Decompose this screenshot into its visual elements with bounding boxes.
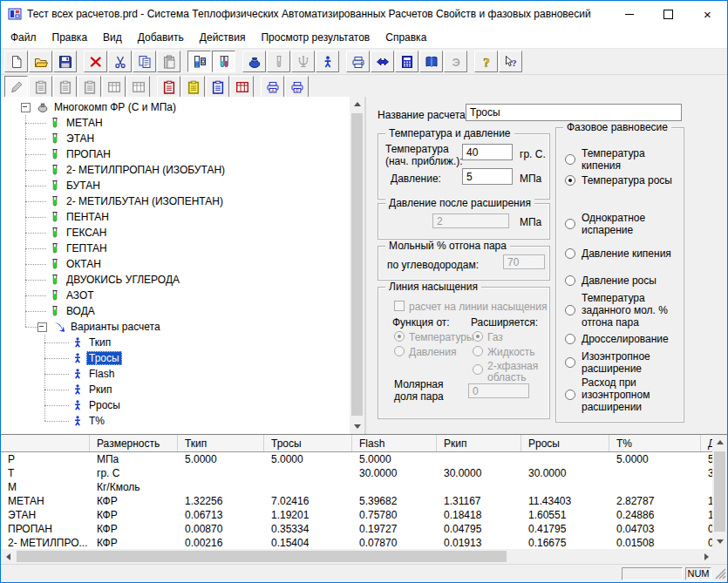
- pressure-input[interactable]: [462, 168, 513, 185]
- print-landscape-button[interactable]: P: [285, 76, 309, 98]
- scroll-up-icon[interactable]: [350, 97, 364, 112]
- phase-radio-option[interactable]: Однократное испарение: [565, 212, 679, 236]
- radio-icon[interactable]: [473, 346, 483, 356]
- phase-radio-option[interactable]: Температура кипения: [565, 147, 679, 172]
- tree-node-component[interactable]: ВОДА: [1, 303, 350, 319]
- expands-option-gas[interactable]: Газ: [473, 331, 503, 343]
- radio-icon[interactable]: [565, 390, 575, 400]
- tree-node-component[interactable]: БУТАН: [1, 178, 350, 193]
- print-portrait-button[interactable]: A: [261, 76, 284, 98]
- component-properties-button[interactable]: [187, 51, 211, 72]
- menu-item-1[interactable]: Файл: [3, 28, 44, 47]
- table-hscrollbar-thumb[interactable]: [17, 551, 507, 562]
- scroll-left-icon[interactable]: [1, 549, 16, 564]
- vapor-fraction-input[interactable]: [468, 383, 529, 398]
- tree-scrollbar[interactable]: [350, 97, 364, 434]
- radio-icon[interactable]: [565, 248, 575, 259]
- tree-expander-icon[interactable]: [21, 103, 31, 112]
- report-gray-1-button[interactable]: [29, 76, 52, 98]
- tree-node-variant[interactable]: Тросы: [1, 350, 350, 366]
- save-button[interactable]: [53, 51, 77, 72]
- menu-item-3[interactable]: Вид: [95, 28, 130, 47]
- table-row[interactable]: 2- МЕТИЛПРО...КФР0.002160.154040.078700.…: [1, 536, 727, 550]
- calc-name-input[interactable]: [466, 104, 682, 121]
- single-component-button[interactable]: [267, 51, 290, 72]
- column-header[interactable]: Т%: [609, 435, 701, 451]
- radio-icon[interactable]: [394, 331, 405, 342]
- tree-node-component[interactable]: 2- МЕТИЛПРОПАН (ИЗОБУТАН): [1, 162, 350, 178]
- function-option-temperature[interactable]: Температуры: [394, 331, 474, 343]
- scroll-up-icon[interactable]: [712, 435, 727, 450]
- column-header[interactable]: [1, 435, 90, 451]
- tree-node-variant[interactable]: Т%: [1, 413, 350, 429]
- tree-node-component[interactable]: ГЕКСАН: [1, 225, 350, 241]
- scroll-right-icon[interactable]: [699, 549, 714, 564]
- resize-grip-icon[interactable]: [714, 567, 726, 580]
- phase-radio-option[interactable]: Расход при изоэнтропном расширении: [565, 376, 679, 413]
- tree-node-component[interactable]: ГЕПТАН: [1, 241, 350, 256]
- phase-radio-option[interactable]: Температура заданного мол. % отгона пара: [565, 292, 679, 329]
- mixture-button[interactable]: [242, 51, 266, 72]
- phase-radio-option[interactable]: Изоэнтропное расширение: [565, 350, 679, 375]
- report-red-button[interactable]: [157, 76, 180, 98]
- table-row[interactable]: МЕТАНКФР1.322567.024165.396821.3116711.4…: [1, 494, 727, 508]
- phase-radio-option[interactable]: Давление росы: [565, 275, 679, 287]
- tree-node-mixture[interactable]: Многокомп ФР (С и МПа): [1, 99, 350, 115]
- copy-button[interactable]: [133, 51, 156, 72]
- radio-icon[interactable]: [565, 175, 575, 186]
- open-file-button[interactable]: [29, 51, 52, 72]
- tree-scrollbar-thumb[interactable]: [351, 113, 363, 416]
- test-tubes-button[interactable]: [212, 51, 235, 72]
- table-row[interactable]: ПРОПАНКФР0.008700.353340.197270.047950.4…: [1, 522, 727, 536]
- table-vscrollbar-thumb[interactable]: [714, 451, 725, 532]
- saturation-checkbox-row[interactable]: расчет на линии насыщения: [394, 301, 547, 313]
- radio-icon[interactable]: [473, 364, 483, 375]
- column-header[interactable]: Ркип: [437, 435, 521, 451]
- tree-node-variant[interactable]: Ркип: [1, 382, 350, 397]
- radio-icon[interactable]: [565, 334, 575, 344]
- units-button[interactable]: Э: [444, 51, 467, 72]
- phase-radio-option[interactable]: Температура росы: [565, 174, 679, 186]
- table-hscrollbar[interactable]: [1, 549, 714, 564]
- tree-node-variants[interactable]: Варианты расчета: [1, 319, 350, 335]
- help-button[interactable]: ?: [474, 51, 498, 72]
- tree-node-component[interactable]: АЗОТ: [1, 288, 350, 303]
- report-blue-button[interactable]: [206, 76, 229, 98]
- plot-button[interactable]: [346, 51, 370, 72]
- minimize-button[interactable]: [609, 1, 649, 27]
- scroll-down-icon[interactable]: [712, 534, 727, 549]
- calc-variant-button[interactable]: [316, 51, 339, 72]
- expansion-pressure-input[interactable]: [432, 214, 509, 228]
- column-header[interactable]: Ткип: [178, 435, 264, 451]
- function-option-pressure[interactable]: Давления: [394, 346, 456, 358]
- tree-expander-icon[interactable]: [37, 322, 47, 332]
- cut-button[interactable]: [108, 51, 132, 72]
- tree-node-component[interactable]: ДВУОКИСЬ УГЛЕРОДА: [1, 272, 350, 288]
- saturation-checkbox[interactable]: [394, 301, 405, 311]
- tree-node-variant[interactable]: Ткип: [1, 335, 350, 350]
- table-gray-1-button[interactable]: [102, 76, 126, 98]
- tree-node-component[interactable]: ЭТАН: [1, 131, 350, 146]
- radio-icon[interactable]: [565, 154, 575, 165]
- phase-radio-option[interactable]: Давление кипения: [565, 247, 679, 260]
- molar-percent-input[interactable]: [503, 254, 545, 269]
- new-file-button[interactable]: [4, 51, 28, 72]
- report-gray-3-button[interactable]: [78, 76, 101, 98]
- transfer-button[interactable]: [371, 51, 394, 72]
- tree-node-component[interactable]: ОКТАН: [1, 256, 350, 272]
- phase-radio-option[interactable]: Дросселирование: [565, 333, 679, 345]
- column-header[interactable]: Flash: [352, 435, 437, 451]
- context-help-button[interactable]: ?: [499, 51, 522, 72]
- radio-icon[interactable]: [565, 275, 575, 286]
- radio-icon[interactable]: [473, 331, 483, 342]
- menu-item-7[interactable]: Справка: [378, 28, 434, 47]
- tree-node-component[interactable]: МЕТАН: [1, 115, 350, 131]
- tree-node-component[interactable]: 2- МЕТИЛБУТАН (ИЗОПЕНТАН): [1, 193, 350, 209]
- radio-icon[interactable]: [565, 357, 575, 368]
- results-table-button[interactable]: [230, 76, 254, 98]
- calculate-button[interactable]: [395, 51, 418, 72]
- handbook-button[interactable]: [419, 51, 443, 72]
- table-row[interactable]: ЭТАНКФР0.067131.192010.757800.184181.605…: [1, 508, 727, 522]
- edit-results-button[interactable]: [4, 76, 28, 98]
- table-gray-2-button[interactable]: [126, 76, 150, 98]
